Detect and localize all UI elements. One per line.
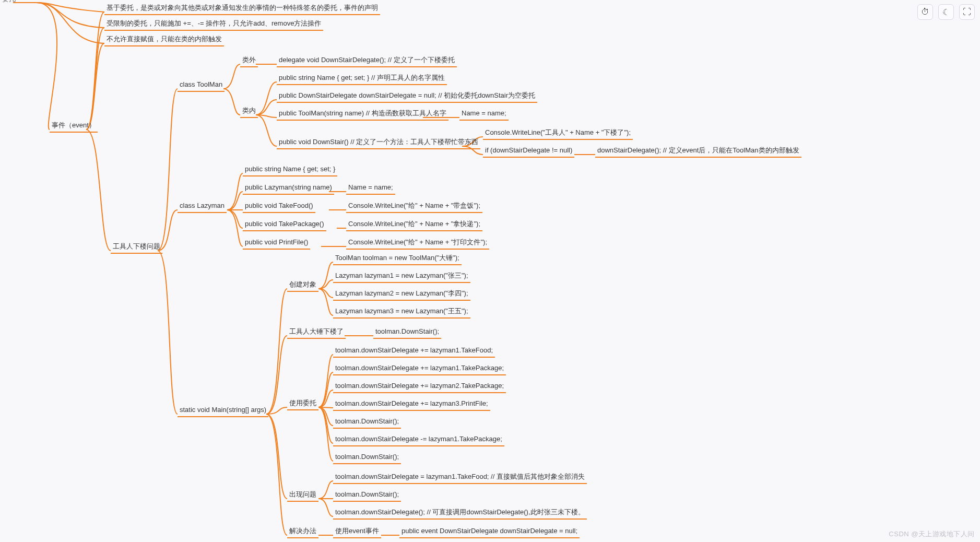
node-main[interactable]: static void Main(string[] args)	[178, 404, 268, 417]
node-toolman[interactable]: class ToolMan	[178, 78, 225, 92]
event-desc-2[interactable]: 受限制的委托，只能施加 +=、-= 操作符，只允许add、remove方法操作	[104, 17, 323, 31]
timer-button[interactable]: ⏱	[917, 4, 933, 20]
node-event[interactable]: 事件（event）	[50, 119, 98, 133]
prob-2[interactable]: toolman.downStairDelegate(); // 可直接调用dow…	[333, 506, 587, 520]
lazy-line-0[interactable]: public string Name { get; set; }	[243, 163, 337, 176]
use-5[interactable]: toolman.downStairDelegate -= lazyman1.Ta…	[333, 433, 504, 446]
timer-icon: ⏱	[921, 7, 929, 17]
node-inside[interactable]: 类内	[240, 104, 258, 118]
node-example[interactable]: 工具人下楼问题	[111, 240, 162, 254]
use-6[interactable]: toolman.DownStair();	[333, 451, 401, 464]
go-body[interactable]: toolman.DownStair();	[373, 325, 441, 339]
method-body2a[interactable]: if (downStairDelegate != null)	[483, 144, 574, 158]
fullscreen-icon: ⛶	[963, 7, 971, 17]
inside-ctor[interactable]: public ToolMan(string name) // 构造函数获取工具人…	[277, 107, 448, 121]
use-3[interactable]: toolman.downStairDelegate += lazyman3.Pr…	[333, 397, 490, 411]
lazy-body-4[interactable]: Console.WriteLine("给" + Name + "打印文件");	[346, 236, 489, 250]
lazy-line-3[interactable]: public void TakePackage()	[243, 218, 326, 231]
root-partial: 委托	[0, 0, 18, 5]
method-body2b[interactable]: downStairDelegate(); // 定义event后，只能在Tool…	[595, 144, 801, 158]
use-2[interactable]: toolman.downStairDelegate += lazyman2.Ta…	[333, 380, 506, 393]
node-create[interactable]: 创建对象	[287, 278, 318, 292]
node-problem[interactable]: 出现问题	[287, 488, 318, 502]
node-lazyman[interactable]: class Lazyman	[178, 199, 227, 213]
inside-method[interactable]: public void DownStair() // 定义了一个方法：工具人下楼…	[277, 136, 480, 149]
node-use[interactable]: 使用委托	[287, 397, 318, 410]
lazy-line-2[interactable]: public void TakeFood()	[243, 199, 315, 213]
lazy-body-1[interactable]: Name = name;	[346, 181, 395, 195]
lazy-body-3[interactable]: Console.WriteLine("给" + Name + "拿快递");	[346, 218, 482, 231]
inside-line-2[interactable]: public DownStairDelegate downStairDelega…	[277, 89, 537, 103]
inside-line-1[interactable]: public string Name { get; set; } // 声明工具…	[277, 72, 447, 85]
toolbar: ⏱ ☾ ⛶	[917, 4, 975, 20]
event-desc-3[interactable]: 不允许直接赋值，只能在类的内部触发	[104, 33, 224, 46]
solve-code[interactable]: public event DownStairDelegate downStair…	[399, 525, 580, 538]
create-3[interactable]: Lazyman lazyman3 = new Lazyman("王五");	[333, 305, 470, 319]
use-0[interactable]: toolman.downStairDelegate += lazyman1.Ta…	[333, 344, 495, 358]
prob-0[interactable]: toolman.downStairDelegate = lazyman1.Tak…	[333, 470, 587, 484]
create-1[interactable]: Lazyman lazyman1 = new Lazyman("张三");	[333, 269, 470, 283]
lazy-line-1[interactable]: public Lazyman(string name)	[243, 181, 334, 195]
node-go[interactable]: 工具人大锤下楼了	[287, 325, 346, 339]
watermark: CSDN @天上游戏地下人间	[889, 529, 975, 539]
create-0[interactable]: ToolMan toolman = new ToolMan("大锤");	[333, 252, 462, 265]
outside-code[interactable]: delegate void DownStairDelegate(); // 定义…	[277, 54, 457, 67]
solve-step[interactable]: 使用event事件	[333, 525, 381, 538]
lazy-line-4[interactable]: public void PrintFile()	[243, 236, 310, 250]
moon-icon: ☾	[942, 7, 950, 17]
inside-ctor-body[interactable]: Name = name;	[459, 107, 509, 121]
node-outside[interactable]: 类外	[240, 54, 258, 67]
node-solve[interactable]: 解决办法	[287, 525, 318, 538]
use-4[interactable]: toolman.DownStair();	[333, 415, 401, 429]
fullscreen-button[interactable]: ⛶	[959, 4, 975, 20]
create-2[interactable]: Lazyman lazyman2 = new Lazyman("李四");	[333, 287, 470, 301]
lazy-body-2[interactable]: Console.WriteLine("给" + Name + "带盒饭");	[346, 199, 482, 213]
method-body1[interactable]: Console.WriteLine("工具人" + Name + "下楼了");	[483, 126, 633, 140]
theme-button[interactable]: ☾	[938, 4, 954, 20]
event-desc-1[interactable]: 基于委托，是类或对象向其他类或对象通知发生的事情的一种特殊签名的委托，事件的声明	[104, 2, 380, 15]
use-1[interactable]: toolman.downStairDelegate += lazyman1.Ta…	[333, 362, 506, 375]
prob-1[interactable]: toolman.DownStair();	[333, 488, 401, 502]
